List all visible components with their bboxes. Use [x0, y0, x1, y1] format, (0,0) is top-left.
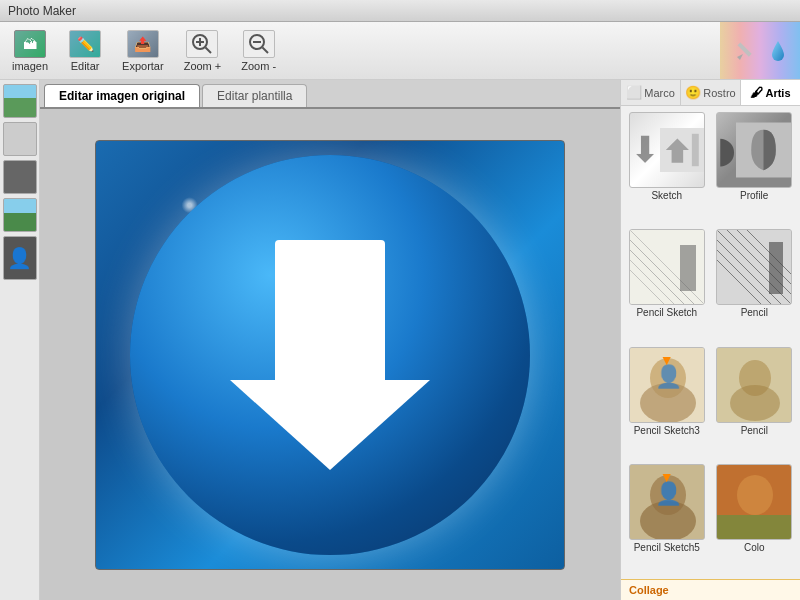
artis-icon: 🖌	[750, 85, 763, 100]
water-drop-icon	[764, 37, 792, 65]
svg-point-32	[640, 383, 696, 423]
effect-thumb-sketch	[629, 112, 705, 188]
sidebar-thumb-2[interactable]	[3, 122, 37, 156]
orange-arrow-5: ▼	[660, 469, 674, 485]
effect-thumb-pencil-sketch	[629, 229, 705, 305]
toolbar: 🏔 imagen ✏️ Editar 📤 Exportar Zoom +	[0, 22, 800, 80]
rostro-icon: 🙂	[685, 85, 701, 100]
effect-thumb-pencil-sketch3: ▼ 👤	[629, 347, 705, 423]
sidebar-thumb-5[interactable]: 👤	[3, 236, 37, 280]
tab-bar: Editar imagen original Editar plantilla	[40, 80, 620, 107]
svg-point-36	[730, 385, 780, 421]
right-tab-artis[interactable]: 🖌 Artis	[741, 80, 800, 105]
right-tab-rostro[interactable]: 🙂 Rostro	[681, 80, 741, 105]
effect-label-sketch: Sketch	[651, 190, 682, 201]
svg-point-39	[640, 501, 696, 540]
down-arrow-shape	[230, 240, 430, 470]
effect-thumb-color	[716, 464, 792, 540]
toolbar-btn-imagen[interactable]: 🏔 imagen	[4, 26, 56, 76]
effect-thumb-pencil2	[716, 229, 792, 305]
right-tab-marco-label: Marco	[644, 87, 675, 99]
effect-sketch[interactable]: Sketch	[625, 110, 709, 223]
right-tabs: ⬜ Marco 🙂 Rostro 🖌 Artis	[621, 80, 800, 106]
canvas-circle	[130, 155, 530, 555]
effect-label-color: Colo	[744, 542, 765, 553]
effect-pencil4[interactable]: Pencil	[713, 345, 797, 458]
effects-grid: Sketch Profile	[621, 106, 800, 579]
svg-rect-7	[738, 42, 752, 56]
tab-editar-plantilla[interactable]: Editar plantilla	[202, 84, 307, 107]
svg-marker-8	[737, 54, 743, 60]
toolbar-label-zoom-in: Zoom +	[184, 60, 222, 72]
sidebar-thumb-4[interactable]	[3, 198, 37, 232]
svg-line-1	[206, 47, 212, 53]
effect-label-pencil-sketch: Pencil Sketch	[636, 307, 697, 318]
svg-point-42	[737, 475, 773, 515]
effect-thumb-pencil-sketch5: ▼ 👤	[629, 464, 705, 540]
right-tab-rostro-label: Rostro	[703, 87, 735, 99]
exportar-icon: 📤	[127, 30, 159, 58]
collage-label-text: Collage	[629, 584, 669, 596]
effect-label-pencil-sketch5: Pencil Sketch5	[634, 542, 700, 553]
effect-label-profile: Profile	[740, 190, 768, 201]
toolbar-label-imagen: imagen	[12, 60, 48, 72]
effect-pencil-sketch[interactable]: Pencil Sketch	[625, 227, 709, 340]
svg-line-5	[262, 47, 268, 53]
main-canvas	[95, 140, 565, 570]
pencil-accent-icon	[734, 39, 758, 63]
right-tab-marco[interactable]: ⬜ Marco	[621, 80, 681, 105]
toolbar-btn-zoom-in[interactable]: Zoom +	[176, 26, 230, 76]
toolbar-accent-icons	[734, 37, 792, 65]
right-tab-artis-label: Artis	[765, 87, 790, 99]
toolbar-btn-zoom-out[interactable]: Zoom -	[233, 26, 284, 76]
effect-pencil-sketch5[interactable]: ▼ 👤 Pencil Sketch5	[625, 462, 709, 575]
right-panel: ⬜ Marco 🙂 Rostro 🖌 Artis	[620, 80, 800, 600]
effect-profile[interactable]: Profile	[713, 110, 797, 223]
canvas-area	[40, 107, 620, 600]
svg-rect-10	[692, 134, 699, 166]
title-bar: Photo Maker	[0, 0, 800, 22]
sidebar: 👤	[0, 80, 40, 600]
orange-arrow-3: ▼	[660, 352, 674, 368]
effect-color[interactable]: Colo	[713, 462, 797, 575]
effect-thumb-profile	[716, 112, 792, 188]
tab-editar-original[interactable]: Editar imagen original	[44, 84, 200, 107]
svg-rect-29	[769, 242, 783, 294]
collage-section-label: Collage	[621, 579, 800, 600]
center-panel: Editar imagen original Editar plantilla	[40, 80, 620, 600]
effect-pencil-sketch3[interactable]: ▼ 👤 Pencil Sketch3	[625, 345, 709, 458]
effect-pencil2[interactable]: Pencil	[713, 227, 797, 340]
sidebar-thumb-3[interactable]	[3, 160, 37, 194]
toolbar-label-exportar: Exportar	[122, 60, 164, 72]
toolbar-label-editar: Editar	[71, 60, 100, 72]
main-area: 👤 Editar imagen original Editar plantill…	[0, 80, 800, 600]
imagen-icon: 🏔	[14, 30, 46, 58]
app-title: Photo Maker	[8, 4, 76, 18]
zoom-out-icon	[243, 30, 275, 58]
toolbar-btn-editar[interactable]: ✏️ Editar	[60, 26, 110, 76]
effect-label-pencil2: Pencil	[741, 307, 768, 318]
toolbar-label-zoom-out: Zoom -	[241, 60, 276, 72]
editar-icon: ✏️	[69, 30, 101, 58]
svg-rect-43	[717, 515, 792, 540]
zoom-in-icon	[186, 30, 218, 58]
svg-rect-20	[680, 245, 696, 291]
marco-icon: ⬜	[626, 85, 642, 100]
effect-label-pencil4: Pencil	[741, 425, 768, 436]
sidebar-thumb-1[interactable]	[3, 84, 37, 118]
effect-label-pencil-sketch3: Pencil Sketch3	[634, 425, 700, 436]
effect-thumb-pencil4	[716, 347, 792, 423]
toolbar-btn-exportar[interactable]: 📤 Exportar	[114, 26, 172, 76]
